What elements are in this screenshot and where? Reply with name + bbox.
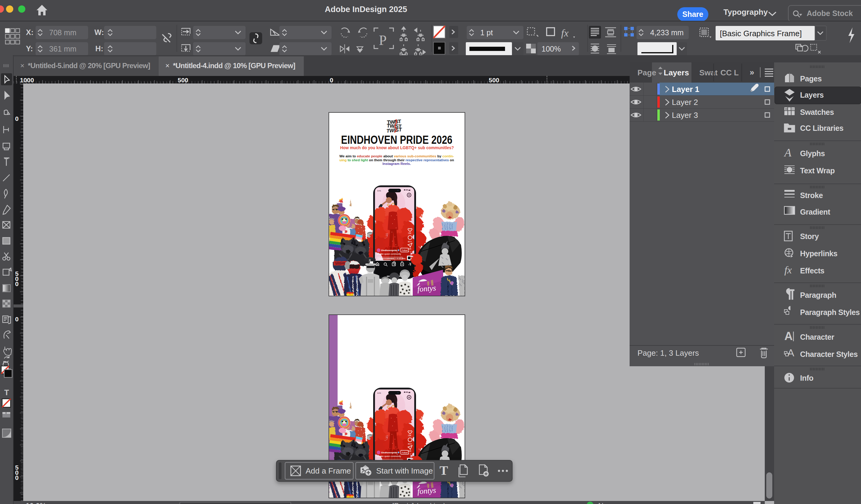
svg-text:Hyperlinks: Hyperlinks	[800, 249, 837, 258]
svg-text:100%: 100%	[542, 45, 561, 53]
svg-text:T: T	[4, 388, 9, 397]
svg-text:Story: Story	[800, 232, 819, 240]
svg-text:Stroke: Stroke	[800, 191, 823, 199]
svg-text:Page: 1, 3 Layers: Page: 1, 3 Layers	[638, 348, 699, 358]
svg-text:361 mm: 361 mm	[49, 45, 76, 53]
svg-text:CC Libraries: CC Libraries	[800, 124, 844, 132]
svg-text:P: P	[379, 32, 387, 48]
svg-text:A: A	[784, 330, 793, 342]
svg-text:708 mm: 708 mm	[49, 28, 76, 37]
svg-text:Layers: Layers	[664, 68, 689, 77]
svg-text:0: 0	[15, 316, 19, 323]
svg-text:Character: Character	[800, 333, 834, 341]
svg-text:1000: 1000	[20, 76, 34, 84]
svg-text:Info: Info	[800, 374, 813, 382]
svg-text:0: 0	[15, 280, 19, 287]
svg-text:Y:: Y:	[26, 44, 33, 53]
svg-text:Pages: Pages	[800, 74, 822, 83]
svg-text:H:: H:	[95, 44, 103, 53]
svg-text:A: A	[788, 347, 794, 359]
svg-text:Layer 2: Layer 2	[672, 98, 698, 107]
svg-text:Page: Page	[638, 68, 656, 77]
svg-text:EINDHOVEN PRIDE 2026: EINDHOVEN PRIDE 2026	[341, 134, 452, 146]
svg-text:A: A	[783, 146, 792, 159]
svg-text:0: 0	[330, 76, 333, 84]
svg-text:Paragraph: Paragraph	[800, 291, 836, 299]
svg-text:Add a Frame: Add a Frame	[305, 466, 351, 475]
svg-text:Character Styles: Character Styles	[800, 350, 858, 359]
svg-text:Text Wrap: Text Wrap	[800, 166, 835, 175]
svg-text:[Basic Graphics Frame]: [Basic Graphics Frame]	[720, 29, 802, 38]
svg-text:500: 500	[178, 76, 188, 84]
svg-text:Glyphs: Glyphs	[800, 149, 825, 158]
svg-text:Gradient: Gradient	[800, 208, 831, 216]
svg-text:fx: fx	[561, 27, 569, 39]
svg-text:W:: W:	[94, 28, 104, 37]
svg-text:Layer 1: Layer 1	[672, 85, 699, 94]
svg-text:Layers: Layers	[800, 91, 824, 99]
svg-text:Paragraph Styles: Paragraph Styles	[800, 308, 860, 317]
svg-text:4,233 mm: 4,233 mm	[650, 28, 684, 37]
svg-text:Start with Image: Start with Image	[376, 466, 433, 475]
svg-text:X:: X:	[26, 28, 33, 37]
svg-text:TWIST: TWIST	[386, 127, 402, 134]
svg-text:How much do you know about LGB: How much do you know about LGBTQ+ sub co…	[340, 145, 454, 150]
svg-text:0: 0	[15, 474, 19, 481]
svg-text:Effects: Effects	[800, 266, 824, 275]
svg-text:Swatches: Swatches	[800, 108, 834, 116]
svg-text:T: T	[439, 464, 448, 477]
svg-text:»: »	[750, 68, 754, 77]
svg-text:fx: fx	[784, 264, 792, 276]
svg-text:Layer 3: Layer 3	[672, 111, 698, 120]
svg-text:0: 0	[15, 115, 19, 122]
svg-text:Instagram Reels.: Instagram Reels.	[383, 162, 411, 166]
svg-text:1 pt: 1 pt	[480, 28, 493, 37]
svg-text:Swat: Swat	[699, 68, 718, 77]
svg-text:500: 500	[489, 76, 499, 84]
svg-text:CC L: CC L	[721, 68, 739, 77]
